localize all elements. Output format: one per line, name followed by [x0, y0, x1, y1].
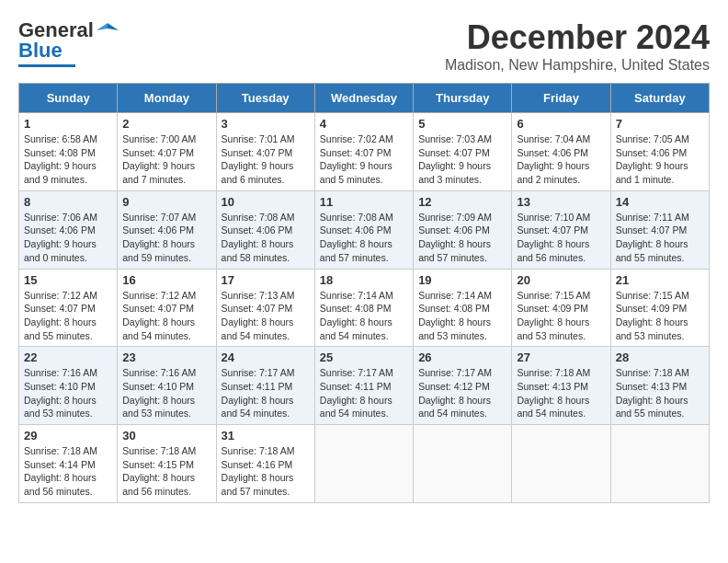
- day-number: 21: [616, 273, 704, 287]
- calendar-cell: [512, 425, 610, 503]
- sunset-text: Sunset: 4:07 PM: [122, 147, 194, 158]
- day-number: 29: [24, 429, 112, 442]
- calendar-cell: 7Sunrise: 7:05 AMSunset: 4:06 PMDaylight…: [610, 113, 709, 191]
- day-number: 1: [24, 117, 112, 131]
- sunrise-text: Sunrise: 7:08 AM: [222, 212, 295, 223]
- day-number: 2: [122, 117, 210, 131]
- logo: General Blue: [18, 18, 121, 67]
- day-info: Sunrise: 6:58 AMSunset: 4:08 PMDaylight:…: [24, 132, 112, 187]
- daylight-text: Daylight: 8 hours and 54 minutes.: [517, 395, 589, 419]
- day-number: 4: [320, 117, 408, 131]
- sunset-text: Sunset: 4:08 PM: [418, 303, 490, 314]
- day-number: 6: [517, 117, 605, 131]
- sunset-text: Sunset: 4:07 PM: [122, 303, 194, 314]
- sunset-text: Sunset: 4:11 PM: [320, 381, 392, 392]
- daylight-text: Daylight: 9 hours and 7 minutes.: [122, 160, 195, 185]
- day-info: Sunrise: 7:04 AMSunset: 4:06 PMDaylight:…: [517, 132, 605, 187]
- sunset-text: Sunset: 4:06 PM: [616, 147, 688, 158]
- day-info: Sunrise: 7:12 AMSunset: 4:07 PMDaylight:…: [122, 289, 210, 343]
- day-number: 23: [122, 350, 210, 364]
- calendar-cell: 13Sunrise: 7:10 AMSunset: 4:07 PMDayligh…: [512, 190, 610, 269]
- calendar-week-1: 1Sunrise: 6:58 AMSunset: 4:08 PMDaylight…: [19, 113, 710, 191]
- day-info: Sunrise: 7:18 AMSunset: 4:14 PMDaylight:…: [24, 444, 112, 499]
- calendar-cell: 17Sunrise: 7:13 AMSunset: 4:07 PMDayligh…: [216, 269, 314, 347]
- sunrise-text: Sunrise: 7:16 AM: [24, 367, 97, 378]
- day-info: Sunrise: 7:01 AMSunset: 4:07 PMDaylight:…: [222, 132, 310, 187]
- day-number: 25: [320, 350, 408, 364]
- day-number: 11: [320, 195, 408, 209]
- day-info: Sunrise: 7:18 AMSunset: 4:15 PMDaylight:…: [122, 444, 210, 499]
- day-number: 22: [24, 350, 112, 364]
- sunrise-text: Sunrise: 7:18 AM: [517, 367, 590, 378]
- svg-marker-0: [108, 23, 119, 30]
- calendar-cell: 1Sunrise: 6:58 AMSunset: 4:08 PMDaylight…: [19, 113, 118, 191]
- day-info: Sunrise: 7:02 AMSunset: 4:07 PMDaylight:…: [320, 132, 408, 187]
- page-header: General Blue December 2024 Madison, New …: [18, 18, 710, 74]
- day-number: 14: [616, 195, 704, 209]
- sunrise-text: Sunrise: 7:15 AM: [517, 290, 590, 301]
- day-number: 5: [418, 117, 506, 131]
- calendar-cell: 18Sunrise: 7:14 AMSunset: 4:08 PMDayligh…: [314, 269, 413, 347]
- sunset-text: Sunset: 4:07 PM: [222, 303, 293, 314]
- calendar-cell: 3Sunrise: 7:01 AMSunset: 4:07 PMDaylight…: [216, 113, 314, 191]
- day-number: 19: [418, 273, 506, 287]
- title-section: December 2024 Madison, New Hampshire, Un…: [445, 18, 710, 74]
- calendar-cell: 28Sunrise: 7:18 AMSunset: 4:13 PMDayligh…: [610, 347, 709, 425]
- day-number: 30: [122, 429, 210, 442]
- sunrise-text: Sunrise: 7:03 AM: [418, 133, 492, 144]
- sunset-text: Sunset: 4:16 PM: [222, 459, 293, 470]
- day-info: Sunrise: 7:16 AMSunset: 4:10 PMDaylight:…: [122, 366, 210, 420]
- daylight-text: Daylight: 8 hours and 54 minutes.: [418, 395, 491, 419]
- calendar-cell: 19Sunrise: 7:14 AMSunset: 4:08 PMDayligh…: [414, 269, 512, 347]
- sunset-text: Sunset: 4:07 PM: [24, 303, 96, 314]
- sunrise-text: Sunrise: 7:18 AM: [122, 445, 196, 456]
- sunrise-text: Sunrise: 7:17 AM: [418, 367, 492, 378]
- calendar-cell: 20Sunrise: 7:15 AMSunset: 4:09 PMDayligh…: [512, 269, 610, 347]
- sunset-text: Sunset: 4:09 PM: [517, 303, 588, 314]
- day-info: Sunrise: 7:15 AMSunset: 4:09 PMDaylight:…: [517, 289, 605, 343]
- daylight-text: Daylight: 8 hours and 54 minutes.: [320, 395, 392, 419]
- calendar-cell: 30Sunrise: 7:18 AMSunset: 4:15 PMDayligh…: [118, 425, 216, 503]
- calendar-cell: 26Sunrise: 7:17 AMSunset: 4:12 PMDayligh…: [414, 347, 512, 425]
- sunset-text: Sunset: 4:06 PM: [222, 224, 293, 236]
- day-number: 16: [122, 273, 210, 287]
- sunrise-text: Sunrise: 7:17 AM: [320, 367, 393, 378]
- daylight-text: Daylight: 9 hours and 1 minute.: [616, 160, 688, 185]
- day-info: Sunrise: 7:00 AMSunset: 4:07 PMDaylight:…: [122, 132, 210, 187]
- calendar-table: SundayMondayTuesdayWednesdayThursdayFrid…: [18, 83, 710, 503]
- day-number: 8: [24, 195, 112, 209]
- sunset-text: Sunset: 4:06 PM: [517, 147, 588, 158]
- calendar-cell: 22Sunrise: 7:16 AMSunset: 4:10 PMDayligh…: [19, 347, 118, 425]
- daylight-text: Daylight: 8 hours and 55 minutes.: [616, 395, 688, 419]
- header-wednesday: Wednesday: [314, 84, 413, 113]
- calendar-cell: 16Sunrise: 7:12 AMSunset: 4:07 PMDayligh…: [118, 269, 216, 347]
- sunset-text: Sunset: 4:13 PM: [616, 381, 688, 392]
- calendar-cell: 27Sunrise: 7:18 AMSunset: 4:13 PMDayligh…: [512, 347, 610, 425]
- calendar-cell: 2Sunrise: 7:00 AMSunset: 4:07 PMDaylight…: [118, 113, 216, 191]
- daylight-text: Daylight: 8 hours and 56 minutes.: [24, 472, 97, 497]
- sunset-text: Sunset: 4:07 PM: [616, 224, 688, 236]
- daylight-text: Daylight: 8 hours and 58 minutes.: [222, 238, 294, 263]
- day-number: 15: [24, 273, 112, 287]
- calendar-cell: 10Sunrise: 7:08 AMSunset: 4:06 PMDayligh…: [216, 190, 314, 269]
- calendar-cell: 31Sunrise: 7:18 AMSunset: 4:16 PMDayligh…: [216, 425, 314, 503]
- sunrise-text: Sunrise: 7:11 AM: [616, 212, 689, 223]
- day-info: Sunrise: 7:07 AMSunset: 4:06 PMDaylight:…: [122, 211, 210, 265]
- daylight-text: Daylight: 8 hours and 54 minutes.: [320, 316, 392, 341]
- logo-bird-icon: [95, 21, 120, 40]
- day-info: Sunrise: 7:17 AMSunset: 4:11 PMDaylight:…: [320, 366, 408, 420]
- daylight-text: Daylight: 8 hours and 57 minutes.: [222, 472, 294, 497]
- daylight-text: Daylight: 9 hours and 5 minutes.: [320, 160, 392, 185]
- daylight-text: Daylight: 8 hours and 57 minutes.: [418, 238, 491, 263]
- day-number: 10: [222, 195, 310, 209]
- sunrise-text: Sunrise: 7:17 AM: [222, 367, 295, 378]
- logo-underline: [18, 64, 75, 67]
- day-info: Sunrise: 7:17 AMSunset: 4:11 PMDaylight:…: [222, 366, 310, 420]
- sunset-text: Sunset: 4:07 PM: [320, 147, 392, 158]
- day-info: Sunrise: 7:11 AMSunset: 4:07 PMDaylight:…: [616, 211, 704, 265]
- sunrise-text: Sunrise: 7:12 AM: [24, 290, 97, 301]
- sunset-text: Sunset: 4:06 PM: [122, 224, 194, 236]
- sunrise-text: Sunrise: 7:13 AM: [222, 290, 295, 301]
- sunrise-text: Sunrise: 7:09 AM: [418, 212, 492, 223]
- day-number: 3: [222, 117, 310, 131]
